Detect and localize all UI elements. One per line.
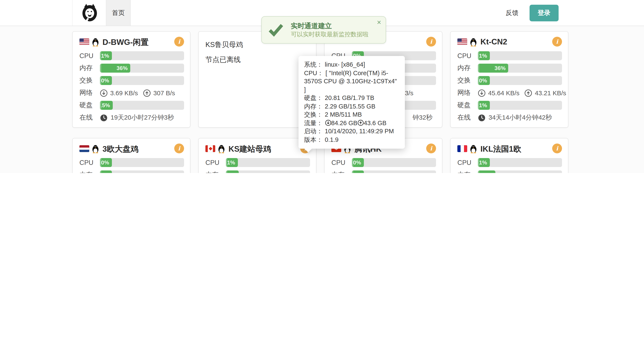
toast-realtime: 实时通道建立 可以实时获取最新监控数据啦 ✕ [261,16,386,44]
net-download-value: 45.64 KB/s [488,89,520,96]
cpu-row: CPU 1% [458,51,562,60]
uptime-row: 在线 34天14小时4分钟42秒 [458,113,562,122]
disk-bar: 11% [478,101,562,110]
toast-message: 可以实时获取最新监控数据啦 [291,30,368,38]
memory-row: 内存 15% [206,170,310,173]
check-icon [268,23,284,37]
cpu-bar: 1% [226,158,310,167]
linux-tux-icon [92,38,99,46]
linux-tux-icon [470,38,477,46]
toast-title: 实时通道建立 [291,21,368,30]
info-icon[interactable]: i [174,144,184,153]
info-icon[interactable]: i [552,37,562,46]
tooltip-line: 系统：linux- [x86_64] [304,61,399,69]
disk-row: 硬盘 15% [80,101,184,110]
arrow-circle-down-icon [100,89,108,97]
swap-bar: 0% [478,76,562,85]
arrow-circle-down-icon [325,120,331,126]
disk-bar: 15% [100,101,184,110]
disk-row: 硬盘 11% [458,101,562,110]
server-card: Kt-CN2 i CPU 1% 内存 36% 交换 0% 网络 [450,31,568,128]
memory-bar: 21% [478,170,562,173]
arrow-circle-up-icon [358,120,364,126]
cpu-bar: 1% [478,51,562,60]
country-flag-icon [80,38,89,45]
uptime-value: 19天20小时27分钟3秒 [110,114,174,122]
arrow-circle-down-icon [478,89,486,97]
info-icon[interactable]: i [426,144,436,153]
site-logo[interactable] [72,0,106,26]
country-flag-icon [458,38,467,45]
server-name: IKL法国1欧 [480,143,521,154]
memory-bar: 36% [100,64,184,72]
swap-row: 交换 0% [80,76,184,85]
server-name: KS建站母鸡 [228,143,271,154]
memory-bar: 15% [226,170,310,173]
tooltip-line: 交换：2 MB/511 MB [304,111,399,119]
net-upload-value: 307 B/s [153,89,175,96]
info-icon[interactable]: i [552,144,562,153]
server-card: D-BWG-闲置 i CPU 1% 内存 36% 交换 0% 网络 [72,31,190,128]
clock-icon [100,114,108,122]
linux-tux-icon [470,144,477,153]
meme-cat-logo-icon [80,3,99,23]
navbar-right: 反馈 登录 [506,0,558,26]
cpu-row: CPU 0% [332,158,436,167]
cpu-bar: 0% [352,158,436,167]
arrow-circle-up-icon [525,89,532,97]
swap-bar: 0% [100,76,184,85]
linux-tux-icon [218,144,225,153]
uptime-value: 34天14小时4分钟42秒 [488,114,552,122]
network-row: 网络 45.64 KB/s 43.21 KB/s [458,88,562,98]
memory-bar: 3% [352,170,436,173]
tooltip-version-line: 版本：0.1.9 [304,136,399,144]
tab-home-label: 首页 [112,9,125,17]
net-upload-value: 43.21 KB/s [535,89,566,96]
net-download-value: 3.69 KB/s [110,89,138,96]
swap-row: 交换 0% [458,76,562,85]
cpu-bar: 1% [100,51,184,60]
tooltip-line: 硬盘：20.81 GB/1.79 TB [304,94,399,102]
login-button[interactable]: 登录 [530,4,558,21]
server-name: 3欧大盘鸡 [102,143,138,154]
server-name: Kt-CN2 [480,37,507,46]
nezha-dashboard: 首页 反馈 登录 D-BWG-闲置 [0,0,644,173]
memory-row: 内存 21% [458,170,562,173]
network-row: 网络 3.69 KB/s 307 B/s [80,88,184,98]
memory-row: 内存 36% [458,64,562,72]
server-card: 3欧大盘鸡 i CPU 0% 内存 6% 交换 0% 网络 [72,138,190,173]
offline-status: 节点已离线 [206,55,310,64]
tab-home[interactable]: 首页 [106,0,131,26]
memory-row: 内存 3% [332,170,436,173]
server-card: IKL法国1欧 i CPU 1% 内存 21% 交换 1% 网络 [450,138,568,173]
cpu-row: CPU 1% [206,158,310,167]
uptime-row: 在线 19天20小时27分钟3秒 [80,113,184,122]
memory-row: 内存 36% [80,64,184,72]
cpu-bar: 0% [100,158,184,167]
server-info-tooltip: 系统：linux- [x86_64]CPU：[ "Intel(R) Core(T… [298,56,405,149]
cpu-row: CPU 0% [80,158,184,167]
memory-bar: 6% [100,170,184,173]
clock-icon [478,114,486,122]
cpu-bar: 1% [478,158,562,167]
close-icon[interactable]: ✕ [377,19,381,26]
info-icon[interactable]: i [426,37,436,46]
arrow-circle-up-icon [143,89,151,97]
tooltip-line: 内存：2.29 GB/15.55 GB [304,102,399,111]
cpu-row: CPU 1% [80,51,184,60]
tooltip-line: CPU：[ "Intel(R) Core(TM) i5-3570S CPU @ … [304,69,399,94]
info-icon[interactable]: i [174,37,184,46]
net-fragment: 3/s [405,89,414,96]
tooltip-traffic-line: 流量：84.26 GB43.6 GB [304,119,399,127]
tooltip-boot-line: 启动：10/14/2020, 11:49:29 PM [304,127,399,136]
memory-row: 内存 6% [80,170,184,173]
feedback-link[interactable]: 反馈 [506,9,518,17]
country-flag-icon [206,145,215,152]
country-flag-icon [458,145,467,152]
server-name: D-BWG-闲置 [102,36,148,47]
linux-tux-icon [92,144,99,153]
country-flag-icon [80,145,89,152]
memory-bar: 36% [478,64,562,72]
cpu-row: CPU 1% [458,158,562,167]
uptime-fragment: 钟32秒 [412,114,432,122]
